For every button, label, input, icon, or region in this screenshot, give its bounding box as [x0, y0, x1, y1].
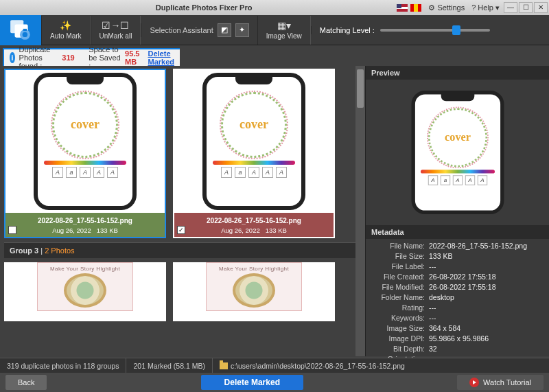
metadata-row: Folder Name:desktop: [373, 292, 542, 302]
metadata-row: Bit Depth:32: [373, 343, 542, 354]
photo-card[interactable]: Make Your Story Highlight: [4, 262, 166, 321]
info-icon: i: [10, 52, 15, 63]
watch-tutorial-button[interactable]: Watch Tutorial: [457, 375, 544, 390]
metadata-value: ---: [429, 303, 542, 312]
space-value: 95.5 MB: [125, 49, 139, 66]
metadata-row: Keywords:---: [373, 312, 542, 323]
metadata-value: 26-08-2022 17:55:18: [429, 273, 542, 281]
help-link[interactable]: ? Help ▾: [469, 3, 502, 12]
selection-tool1-button[interactable]: ◩: [218, 23, 231, 37]
found-value: 319: [62, 54, 74, 62]
folder-icon: [220, 362, 228, 369]
metadata-header: Metadata: [366, 225, 549, 239]
statusbar: 319 duplicate photos in 118 groups 201 M…: [0, 358, 549, 373]
group-header: Group 3 | 2 Photos: [4, 242, 361, 258]
metadata-key: Bit Depth:: [373, 345, 429, 353]
matching-level-label: Matching Level :: [320, 26, 375, 34]
card-checkbox[interactable]: [8, 226, 16, 234]
summary-bar: i Duplicate Photos found : 319 Space to …: [3, 48, 180, 67]
wand-icon: ✨: [60, 20, 71, 31]
bottombar: Back Delete Marked Watch Tutorial: [0, 373, 549, 392]
metadata-value: 26-08-2022 17:55:18: [429, 283, 542, 291]
slider-thumb[interactable]: [452, 25, 460, 35]
back-button[interactable]: Back: [5, 375, 47, 390]
selection-assistant-label: Selection Assistant: [150, 26, 213, 34]
titlebar: Duplicate Photos Fixer Pro ⚙ Settings ? …: [0, 0, 549, 15]
metadata-key: Image Size:: [373, 324, 429, 332]
metadata-row: Rating:---: [373, 302, 542, 312]
thumbnail: coverAaAAA: [5, 70, 165, 213]
card-filename: 2022-08-26_17-55-16-152.png: [177, 217, 331, 224]
unmark-icon: ☑→☐: [102, 20, 129, 31]
preview-header: Preview: [366, 66, 549, 80]
metadata-row: File Label:---: [373, 261, 542, 271]
metadata-row: File Size:133 KB: [373, 251, 542, 261]
play-icon: [469, 378, 479, 387]
app-logo-icon: [0, 15, 41, 45]
metadata-row: Image Size:364 x 584: [373, 323, 542, 333]
thumbnail: coverAaAAA: [174, 70, 334, 213]
close-button[interactable]: ✕: [534, 2, 548, 13]
metadata-row: File Created:26-08-2022 17:55:18: [373, 271, 542, 281]
delete-marked-link[interactable]: Delete Marked: [148, 49, 174, 66]
metadata-row: File Modified:26-08-2022 17:55:18: [373, 281, 542, 292]
metadata-key: File Name:: [373, 242, 429, 250]
metadata-value: ---: [429, 262, 542, 270]
metadata-value: desktop: [429, 293, 542, 301]
matching-level-slider[interactable]: [380, 29, 490, 32]
svg-point-3: [23, 32, 27, 36]
flag-us-icon[interactable]: [397, 4, 408, 12]
metadata-key: File Modified:: [373, 283, 429, 291]
metadata-key: File Size:: [373, 252, 429, 260]
photo-card[interactable]: coverAaAAA 2022-08-26_17-55-16-152.png A…: [4, 69, 166, 238]
flag-alt-icon[interactable]: [410, 4, 421, 12]
metadata-value: 133 KB: [429, 252, 542, 260]
svg-rect-4: [23, 28, 27, 30]
unmark-all-button[interactable]: ☑→☐ UnMark all: [91, 16, 141, 45]
delete-marked-button[interactable]: Delete Marked: [201, 375, 303, 390]
photo-card[interactable]: coverAaAAA 2022-08-26_17-55-16-152.png A…: [173, 69, 335, 238]
status-duplicates: 319 duplicate photos in 118 groups: [0, 358, 126, 373]
metadata-key: Keywords:: [373, 314, 429, 322]
metadata-value: 32: [429, 345, 542, 353]
metadata-value: ---: [429, 314, 542, 322]
maximize-button[interactable]: ☐: [519, 2, 533, 13]
preview-image: coverAaAAA: [366, 80, 549, 225]
metadata-key: Folder Name:: [373, 293, 429, 301]
metadata-row: File Name:2022-08-26_17-55-16-152.png: [373, 240, 542, 251]
gallery-panel: coverAaAAA 2022-08-26_17-55-16-152.png A…: [0, 66, 365, 356]
metadata-key: Rating:: [373, 303, 429, 312]
metadata-key: File Created:: [373, 273, 429, 281]
gallery-scrollbar[interactable]: [355, 66, 365, 356]
auto-mark-button[interactable]: ✨ Auto Mark: [41, 16, 91, 45]
metadata-value: 2022-08-26_17-55-16-152.png: [429, 242, 542, 250]
app-title: Duplicate Photos Fixer Pro: [15, 3, 393, 12]
image-view-button[interactable]: ▦▾ Image View: [257, 16, 311, 45]
metadata-value: 364 x 584: [429, 324, 542, 332]
metadata-row: Image DPI:95.9866 x 95.9866: [373, 333, 542, 343]
card-checkbox[interactable]: ✓: [177, 226, 185, 234]
toolbar: ✨ Auto Mark ☑→☐ UnMark all Selection Ass…: [0, 15, 549, 45]
metadata-value: 95.9866 x 95.9866: [429, 334, 542, 343]
photo-card[interactable]: Make Your Story Highlight: [173, 262, 335, 321]
status-path: c:\users\admin\desktop\2022-08-26_17-55-…: [213, 358, 549, 373]
right-panel: Preview coverAaAAA Metadata File Name:20…: [365, 66, 549, 356]
settings-link[interactable]: ⚙ Settings: [425, 3, 467, 12]
metadata-table: File Name:2022-08-26_17-55-16-152.pngFil…: [366, 239, 549, 368]
minimize-button[interactable]: —: [504, 2, 517, 13]
status-marked: 201 Marked (58.1 MB): [126, 358, 212, 373]
selection-tool2-button[interactable]: ✦: [235, 23, 249, 37]
metadata-key: File Label:: [373, 262, 429, 270]
grid-icon: ▦▾: [277, 20, 291, 31]
metadata-key: Image DPI:: [373, 334, 429, 343]
card-filename: 2022-08-26_17-55-16-152.png: [8, 217, 162, 224]
